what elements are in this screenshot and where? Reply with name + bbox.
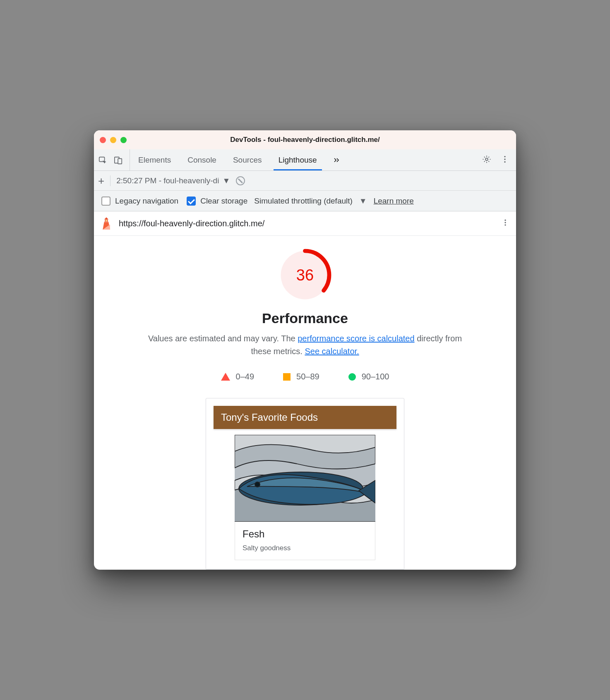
- kebab-menu-icon[interactable]: [500, 155, 509, 165]
- legacy-navigation-checkbox[interactable]: [101, 197, 110, 206]
- tab-elements[interactable]: Elements: [130, 149, 179, 170]
- traffic-lights: [100, 137, 127, 143]
- legend-low: 0–49: [221, 372, 255, 381]
- triangle-icon: [221, 373, 230, 381]
- report-url: https://foul-heavenly-direction.glitch.m…: [119, 219, 264, 228]
- preview-item-subtitle: Salty goodness: [243, 544, 367, 552]
- learn-more-link[interactable]: Learn more: [374, 197, 414, 206]
- devtools-window: DevTools - foul-heavenly-direction.glitc…: [94, 130, 516, 570]
- desc-text: Values are estimated and may vary. The: [148, 334, 298, 343]
- svg-point-8: [504, 220, 506, 221]
- tab-lighthouse[interactable]: Lighthouse: [270, 149, 325, 170]
- zoom-window-button[interactable]: [120, 137, 127, 143]
- minimize-window-button[interactable]: [110, 137, 116, 143]
- preview-image: [235, 435, 375, 522]
- devtools-tabbar: Elements Console Sources Lighthouse: [94, 149, 516, 171]
- more-tabs-button[interactable]: [325, 149, 342, 170]
- clear-storage-option[interactable]: Clear storage: [185, 195, 247, 207]
- clear-storage-checkbox[interactable]: [187, 197, 196, 206]
- throttling-selector[interactable]: Simulated throttling (default): [254, 197, 353, 206]
- preview-item: Fesh Salty goodness: [235, 522, 375, 560]
- svg-point-15: [255, 482, 260, 487]
- calculator-link[interactable]: See calculator.: [305, 347, 359, 356]
- lighthouse-icon: [101, 217, 112, 230]
- lighthouse-toolbar: + 2:50:27 PM - foul-heavenly-di ▼: [94, 171, 516, 191]
- circle-icon: [348, 373, 356, 381]
- svg-point-3: [485, 158, 488, 161]
- svg-point-10: [504, 224, 506, 225]
- settings-icon[interactable]: [482, 155, 491, 165]
- inspect-icon[interactable]: [98, 156, 107, 165]
- tab-console[interactable]: Console: [179, 149, 225, 170]
- svg-rect-7: [106, 220, 107, 221]
- screenshot-preview-card: Tony's Favorite Foods Fe: [206, 398, 404, 570]
- tab-sources[interactable]: Sources: [225, 149, 270, 170]
- legend-high: 90–100: [348, 372, 389, 381]
- report-menu-icon[interactable]: [501, 218, 509, 229]
- preview-item-title: Fesh: [243, 528, 367, 540]
- clear-storage-label: Clear storage: [200, 197, 247, 206]
- svg-point-4: [504, 156, 505, 157]
- close-window-button[interactable]: [100, 137, 106, 143]
- window-title: DevTools - foul-heavenly-direction.glitc…: [94, 130, 516, 149]
- report-selector[interactable]: 2:50:27 PM - foul-heavenly-di ▼: [116, 176, 230, 185]
- legend-low-label: 0–49: [236, 372, 255, 381]
- square-icon: [283, 373, 291, 381]
- report-url-row: https://foul-heavenly-direction.glitch.m…: [94, 211, 516, 236]
- report-selector-label: 2:50:27 PM - foul-heavenly-di: [116, 176, 219, 185]
- chevron-down-icon: ▼: [222, 176, 230, 185]
- legend-mid-label: 50–89: [296, 372, 319, 381]
- titlebar: DevTools - foul-heavenly-direction.glitc…: [94, 130, 516, 149]
- throttling-label: Simulated throttling (default): [254, 197, 353, 206]
- svg-point-9: [504, 222, 506, 223]
- score-gauge: 36: [278, 248, 332, 302]
- legend-mid: 50–89: [283, 372, 319, 381]
- svg-point-6: [504, 161, 505, 162]
- chevron-down-icon: ▼: [359, 197, 367, 206]
- score-calc-link[interactable]: performance score is calculated: [298, 334, 414, 343]
- clear-report-icon[interactable]: [236, 176, 245, 185]
- preview-header: Tony's Favorite Foods: [214, 406, 396, 429]
- score-description: Values are estimated and may vary. The p…: [144, 332, 466, 358]
- legacy-navigation-option[interactable]: Legacy navigation: [100, 195, 178, 207]
- legend-high-label: 90–100: [362, 372, 389, 381]
- legacy-navigation-label: Legacy navigation: [115, 197, 178, 206]
- device-toggle-icon[interactable]: [114, 156, 123, 165]
- category-title: Performance: [102, 310, 508, 326]
- lighthouse-options: Legacy navigation Clear storage Simulate…: [94, 191, 516, 211]
- score-value: 36: [278, 248, 332, 302]
- svg-rect-2: [118, 158, 122, 164]
- new-report-button[interactable]: +: [98, 175, 104, 186]
- lighthouse-report: 36 Performance Values are estimated and …: [94, 236, 516, 570]
- score-legend: 0–49 50–89 90–100: [102, 372, 508, 381]
- svg-point-5: [504, 158, 505, 160]
